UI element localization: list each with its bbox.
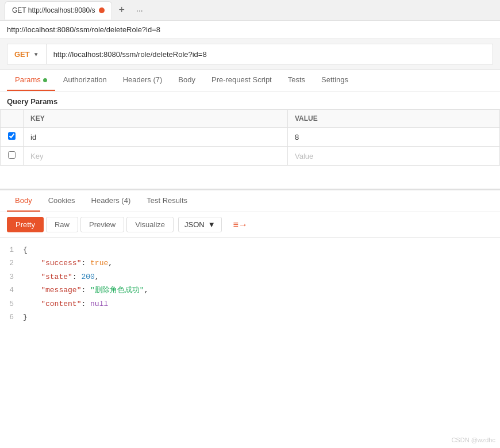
params-table: KEY VALUE id 8 Key Value bbox=[0, 109, 500, 166]
tab-more-button[interactable]: ··· bbox=[132, 3, 148, 17]
line-number: 5 bbox=[9, 297, 23, 311]
row-value-cell[interactable]: 8 bbox=[288, 128, 500, 147]
format-type-dropdown[interactable]: JSON ▼ bbox=[178, 217, 222, 232]
json-line-4: 4 "message": "删除角色成功", bbox=[9, 284, 491, 297]
format-preview-button[interactable]: Preview bbox=[80, 217, 124, 232]
response-tab-body[interactable]: Body bbox=[7, 190, 40, 212]
line-number: 3 bbox=[9, 270, 23, 284]
spacer bbox=[0, 166, 500, 177]
wrap-button[interactable]: ≡→ bbox=[229, 217, 252, 232]
row-checkbox-empty[interactable] bbox=[8, 151, 16, 159]
chevron-down-icon: ▼ bbox=[208, 220, 216, 229]
method-selector[interactable]: GET ▼ bbox=[7, 44, 46, 64]
tab-settings[interactable]: Settings bbox=[313, 70, 356, 91]
line-number: 4 bbox=[9, 284, 23, 297]
query-params-title: Query Params bbox=[0, 91, 500, 109]
row-checkbox-cell-empty[interactable] bbox=[1, 147, 24, 166]
response-tab-test-results[interactable]: Test Results bbox=[139, 190, 195, 212]
request-bar: GET ▼ bbox=[0, 39, 500, 70]
json-close-brace: } bbox=[23, 311, 28, 324]
tab-authorization[interactable]: Authorization bbox=[55, 70, 115, 91]
browser-tab-bar: GET http://localhost:8080/s + ··· bbox=[0, 0, 500, 21]
json-line-2: 2 "success": true, bbox=[9, 256, 491, 270]
json-response: 1 { 2 "success": true, 3 "state": 200, 4… bbox=[0, 238, 500, 330]
tab-status-dot bbox=[99, 7, 105, 13]
response-tab-cookies[interactable]: Cookies bbox=[40, 190, 83, 212]
format-type-label: JSON bbox=[184, 220, 205, 229]
method-label: GET bbox=[14, 50, 30, 59]
format-toolbar: Pretty Raw Preview Visualize JSON ▼ ≡→ bbox=[0, 212, 500, 238]
tab-prerequest[interactable]: Pre-request Script bbox=[203, 70, 280, 91]
col-key: KEY bbox=[24, 110, 288, 128]
browser-tab[interactable]: GET http://localhost:8080/s bbox=[5, 1, 112, 20]
col-checkbox bbox=[1, 110, 24, 128]
value-placeholder: Value bbox=[295, 152, 313, 160]
response-tab-nav: Body Cookies Headers (4) Test Results bbox=[0, 190, 500, 212]
row-key-cell[interactable]: id bbox=[24, 128, 288, 147]
chevron-down-icon: ▼ bbox=[33, 51, 39, 58]
response-section: Body Cookies Headers (4) Test Results Pr… bbox=[0, 189, 500, 330]
new-tab-button[interactable]: + bbox=[114, 2, 130, 18]
json-line-1: 1 { bbox=[9, 243, 491, 256]
json-line-5: 5 "content": null bbox=[9, 297, 491, 311]
tab-body[interactable]: Body bbox=[170, 70, 203, 91]
params-active-dot bbox=[43, 78, 47, 82]
browser-url-text: http://localhost:8080/ssm/role/deleteRol… bbox=[7, 25, 160, 34]
watermark: CSDN @wzdhc bbox=[451, 436, 495, 443]
json-line-6: 6 } bbox=[9, 311, 491, 324]
col-value: VALUE bbox=[288, 110, 500, 128]
line-number: 2 bbox=[9, 256, 23, 270]
format-visualize-button[interactable]: Visualize bbox=[126, 217, 174, 232]
line-number: 6 bbox=[9, 311, 23, 324]
tab-headers[interactable]: Headers (7) bbox=[115, 70, 171, 91]
row-value-cell-empty[interactable]: Value bbox=[288, 147, 500, 166]
row-key-cell-empty[interactable]: Key bbox=[24, 147, 288, 166]
json-open-brace: { bbox=[23, 243, 28, 256]
json-line-3: 3 "state": 200, bbox=[9, 270, 491, 284]
table-row: id 8 bbox=[1, 128, 500, 147]
request-tab-nav: Params Authorization Headers (7) Body Pr… bbox=[0, 70, 500, 91]
format-pretty-button[interactable]: Pretty bbox=[7, 217, 44, 232]
url-input[interactable] bbox=[46, 44, 493, 64]
line-number: 1 bbox=[9, 243, 23, 256]
key-placeholder: Key bbox=[30, 152, 43, 160]
tab-tests[interactable]: Tests bbox=[280, 70, 313, 91]
tab-label: GET http://localhost:8080/s bbox=[12, 6, 95, 14]
response-tab-headers[interactable]: Headers (4) bbox=[83, 190, 139, 212]
tab-params[interactable]: Params bbox=[7, 70, 55, 91]
table-row-empty: Key Value bbox=[1, 147, 500, 166]
row-checkbox[interactable] bbox=[8, 132, 16, 140]
format-raw-button[interactable]: Raw bbox=[46, 217, 78, 232]
browser-url-bar: http://localhost:8080/ssm/role/deleteRol… bbox=[0, 21, 500, 39]
row-checkbox-cell[interactable] bbox=[1, 128, 24, 147]
